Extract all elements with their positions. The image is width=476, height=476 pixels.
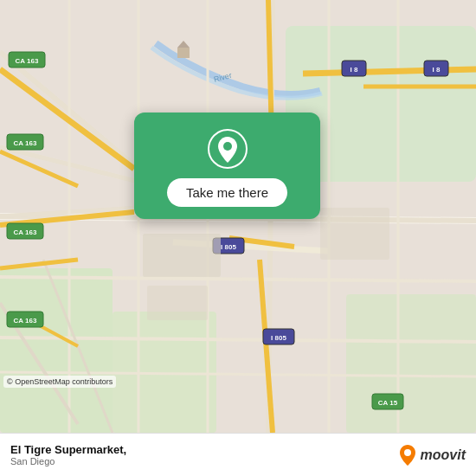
place-city: San Diego (10, 456, 126, 466)
place-name: El Tigre Supermarket, (10, 443, 126, 456)
svg-text:I 805: I 805 (271, 334, 286, 342)
svg-rect-43 (143, 234, 221, 277)
svg-point-50 (404, 449, 411, 456)
bottom-bar: El Tigre Supermarket, San Diego moovit (0, 433, 476, 476)
svg-rect-4 (346, 294, 476, 433)
svg-text:CA 163: CA 163 (14, 317, 37, 325)
popup-card: Take me there (134, 113, 320, 219)
map-attribution: © OpenStreetMap contributors (3, 376, 116, 388)
svg-text:CA 163: CA 163 (14, 228, 37, 236)
svg-text:I 8: I 8 (433, 66, 441, 74)
svg-text:CA 163: CA 163 (16, 57, 39, 65)
moovit-text: moovit (421, 447, 466, 463)
svg-text:CA 15: CA 15 (378, 399, 398, 407)
svg-point-49 (223, 142, 232, 151)
svg-rect-46 (177, 48, 190, 58)
place-info: El Tigre Supermarket, San Diego (10, 443, 126, 466)
svg-rect-44 (147, 286, 208, 320)
svg-rect-45 (320, 208, 389, 260)
svg-text:CA 163: CA 163 (14, 139, 37, 147)
svg-text:I 805: I 805 (221, 243, 236, 251)
location-pin-icon (207, 128, 248, 170)
moovit-logo: moovit (398, 444, 466, 466)
svg-text:I 8: I 8 (351, 66, 358, 74)
take-me-there-button[interactable]: Take me there (167, 178, 287, 207)
moovit-pin-icon (398, 444, 417, 466)
map-container: CA 163 CA 163 CA 163 CA 163 I 8 I 8 CA 1… (0, 0, 476, 433)
